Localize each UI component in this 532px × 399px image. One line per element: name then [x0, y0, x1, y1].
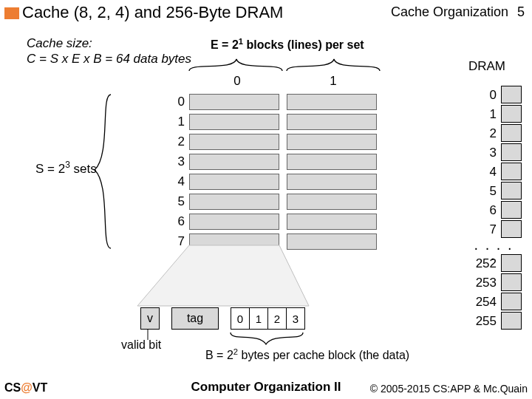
cache-row: 0	[170, 92, 384, 112]
col-header-1: 1	[285, 74, 381, 89]
cache-line	[189, 233, 279, 250]
dram-cell	[501, 293, 522, 310]
cache-line	[287, 214, 377, 230]
cache-size-line1: Cache size:	[27, 35, 191, 51]
s-label: S = 23 sets	[35, 160, 97, 177]
byte-cell: 1	[249, 307, 267, 330]
cache-line	[287, 194, 377, 210]
cache-row: 1	[170, 112, 384, 132]
dram-cell	[501, 86, 522, 103]
cache-line	[189, 134, 279, 150]
section-title: Cache Organization	[391, 4, 508, 20]
byte-cell: 2	[267, 307, 286, 330]
footer-right: © 2005-2015 CS:APP & Mc.Quain	[370, 383, 528, 395]
byte-cell: 3	[286, 307, 305, 330]
page-number: 5	[517, 4, 525, 20]
bytes-box: 0 1 2 3	[231, 307, 305, 330]
column-headers: 0 1	[189, 74, 381, 89]
cache-line	[189, 94, 279, 110]
dram-cell	[501, 273, 522, 291]
cache-row: 4	[170, 171, 384, 191]
cache-row: 2	[170, 132, 384, 151]
cache-line	[287, 154, 377, 170]
valid-bit-label: valid bit	[121, 338, 161, 352]
cache-size-line2: C = S x E x B = 64 data bytes	[27, 51, 191, 66]
dram-cell	[501, 105, 522, 123]
cache-size-text: Cache size: C = S x E x B = 64 data byte…	[27, 35, 191, 67]
cache-line	[287, 114, 377, 130]
dram-label: DRAM	[468, 59, 505, 74]
col-header-0: 0	[189, 74, 285, 89]
cache-line	[287, 233, 377, 250]
dram-column: 0 1 2 3 4 5 6 7 . . . . . 252 253 254 25…	[470, 86, 522, 331]
dram-cell	[501, 182, 522, 200]
dram-cell	[501, 201, 522, 219]
cache-row: 6	[170, 211, 384, 231]
slide-title: Cache (8, 2, 4) and 256-Byte DRAM	[22, 3, 283, 22]
dram-cell	[501, 312, 522, 330]
byte-cell: 0	[231, 307, 249, 330]
cache-line	[287, 174, 377, 190]
cache-row: 3	[170, 151, 384, 171]
cache-line	[287, 134, 377, 150]
cache-line	[189, 214, 279, 230]
dram-ellipsis: . . . . .	[470, 239, 517, 254]
header-marker	[4, 7, 19, 19]
cache-line	[189, 114, 279, 130]
dram-cell	[501, 254, 522, 272]
dram-cell	[501, 163, 522, 180]
slide: Cache (8, 2, 4) and 256-Byte DRAM Cache …	[0, 0, 532, 399]
dram-cell	[501, 124, 522, 142]
cache-line-detail: v tag 0 1 2 3	[140, 307, 305, 330]
valid-bit-box: v	[140, 307, 160, 330]
dram-cell	[501, 220, 522, 238]
dram-cell	[501, 143, 522, 161]
cache-line	[287, 94, 377, 110]
tag-box: tag	[171, 307, 219, 330]
cache-row: 5	[170, 191, 384, 211]
b-label: B = 22 bytes per cache block (the data)	[205, 347, 409, 362]
svg-marker-0	[137, 245, 309, 306]
cache-row: 7	[170, 231, 384, 251]
e-label: E = 21 blocks (lines) per set	[211, 37, 364, 52]
cache-line	[189, 194, 279, 210]
cache-line	[189, 154, 279, 170]
cache-line	[189, 174, 279, 190]
cache-sets: 0 1 2 3 4 5 6 7	[170, 92, 384, 251]
